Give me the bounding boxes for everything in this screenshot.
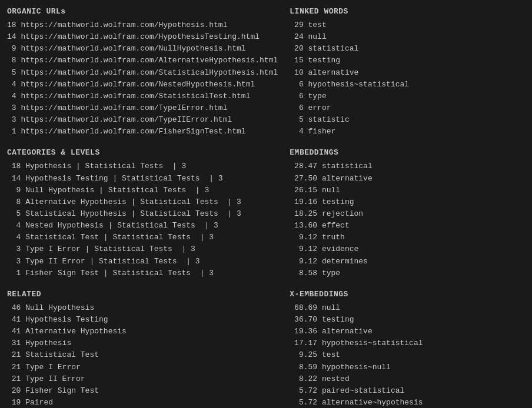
list-item: 8.59 hypothesis~null [290,362,525,373]
related-list: 46 Null Hypothesis 41 Hypothesis Testing… [7,302,278,408]
list-item: 4 https://mathworld.wolfram.com/NestedHy… [7,79,278,91]
list-item: 19 Paired [7,397,278,408]
list-item: 20 statistical [290,43,525,55]
list-item: 9.25 test [290,349,525,361]
list-item: 5.72 alternative~hypothesis [290,397,525,408]
embeddings-list: 28.47 statistical 27.50 alternative 26.1… [290,160,525,279]
list-item: 29 test [290,19,525,31]
list-item: 5.72 paired~statistical [290,385,525,397]
list-item: 3 https://mathworld.wolfram.com/TypeIErr… [7,102,278,114]
list-item: 21 Type II Error [7,373,278,385]
list-item: 9 Null Hypothesis | Statistical Tests | … [7,185,278,196]
list-item: 9 https://mathworld.wolfram.com/NullHypo… [7,43,278,55]
list-item: 18 https://mathworld.wolfram.com/Hypothe… [7,19,278,31]
organic-urls-section: ORGANIC URLs 18 https://mathworld.wolfra… [7,7,278,138]
categories-title: CATEGORIES & LEVELS [7,148,278,157]
embeddings-section: EMBEDDINGS 28.47 statistical 27.50 alter… [290,148,525,279]
list-item: 8 Alternative Hypothesis | Statistical T… [7,196,278,208]
list-item: 4 fisher [290,126,525,138]
list-item: 41 Hypothesis Testing [7,314,278,326]
list-item: 14 https://mathworld.wolfram.com/Hypothe… [7,31,278,43]
categories-section: CATEGORIES & LEVELS 18 Hypothesis | Stat… [7,148,278,279]
list-item: 6 hypothesis~statistical [290,79,525,91]
list-item: 18.25 rejection [290,208,525,220]
related-title: RELATED [7,290,278,299]
organic-urls-list: 18 https://mathworld.wolfram.com/Hypothe… [7,19,278,138]
list-item: 26.15 null [290,185,525,196]
embeddings-title: EMBEDDINGS [290,148,525,157]
list-item: 41 Alternative Hypothesis [7,326,278,337]
list-item: 4 Statistical Test | Statistical Tests |… [7,232,278,243]
list-item: 5 statistic [290,114,525,126]
list-item: 17.17 hypothesis~statistical [290,337,525,349]
list-item: 8.58 type [290,267,525,279]
list-item: 46 Null Hypothesis [7,302,278,314]
list-item: 13.60 effect [290,220,525,232]
list-item: 3 Type II Error | Statistical Tests | 3 [7,256,278,267]
list-item: 21 Statistical Test [7,349,278,361]
list-item: 31 Hypothesis [7,337,278,349]
list-item: 21 Type I Error [7,362,278,373]
xembeddings-section: X-EMBEDDINGS 68.69 null 36.70 testing 19… [290,290,525,408]
list-item: 19.16 testing [290,196,525,208]
list-item: 6 error [290,102,525,114]
list-item: 19.36 alternative [290,326,525,337]
list-item: 5 Statistical Hypothesis | Statistical T… [7,208,278,220]
list-item: 68.69 null [290,302,525,314]
list-item: 14 Hypothesis Testing | Statistical Test… [7,173,278,185]
list-item: 3 Type I Error | Statistical Tests | 3 [7,243,278,255]
related-section: RELATED 46 Null Hypothesis 41 Hypothesis… [7,290,278,408]
list-item: 24 null [290,31,525,43]
categories-list: 18 Hypothesis | Statistical Tests | 3 14… [7,160,278,279]
list-item: 6 type [290,91,525,102]
linked-words-section: LINKED WORDS 29 test 24 null 20 statisti… [290,7,525,138]
list-item: 4 Nested Hypothesis | Statistical Tests … [7,220,278,232]
linked-words-title: LINKED WORDS [290,7,525,16]
list-item: 28.47 statistical [290,160,525,172]
list-item: 36.70 testing [290,314,525,326]
list-item: 5 https://mathworld.wolfram.com/Statisti… [7,67,278,79]
list-item: 8 https://mathworld.wolfram.com/Alternat… [7,55,278,66]
organic-urls-title: ORGANIC URLs [7,7,278,16]
list-item: 9.12 evidence [290,243,525,255]
xembeddings-list: 68.69 null 36.70 testing 19.36 alternati… [290,302,525,408]
list-item: 4 https://mathworld.wolfram.com/Statisti… [7,91,278,102]
list-item: 9.12 truth [290,232,525,243]
list-item: 15 testing [290,55,525,66]
list-item: 3 https://mathworld.wolfram.com/TypeIIEr… [7,114,278,126]
list-item: 1 https://mathworld.wolfram.com/FisherSi… [7,126,278,138]
xembeddings-title: X-EMBEDDINGS [290,290,525,299]
linked-words-list: 29 test 24 null 20 statistical 15 testin… [290,19,525,138]
list-item: 8.22 nested [290,373,525,385]
list-item: 9.12 determines [290,256,525,267]
list-item: 1 Fisher Sign Test | Statistical Tests |… [7,267,278,279]
list-item: 18 Hypothesis | Statistical Tests | 3 [7,160,278,172]
list-item: 27.50 alternative [290,173,525,185]
list-item: 10 alternative [290,67,525,79]
list-item: 20 Fisher Sign Test [7,385,278,397]
